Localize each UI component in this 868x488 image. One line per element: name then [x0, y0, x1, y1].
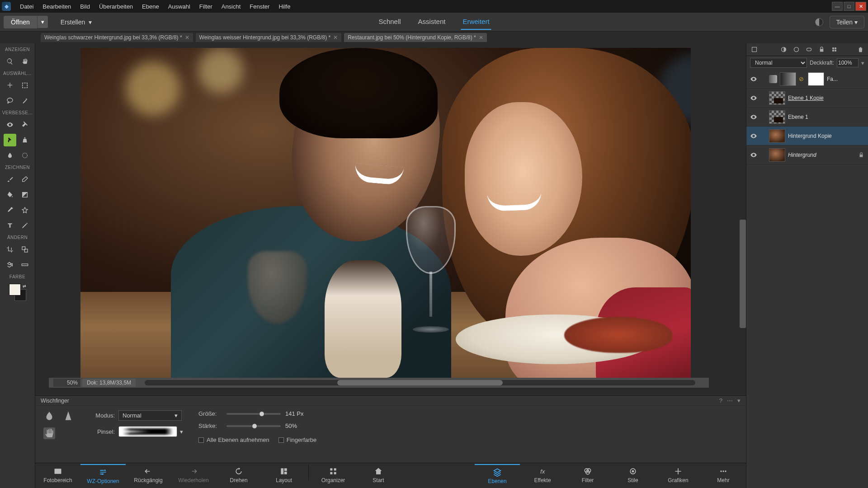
sharpen-variant-icon[interactable] [62, 410, 74, 422]
link-layers-icon[interactable] [805, 46, 813, 54]
eraser-tool[interactable] [19, 173, 31, 186]
brush-preview[interactable] [118, 426, 177, 437]
menu-ueberarbeiten[interactable]: Überarbeiten [94, 1, 137, 12]
finger-paint-checkbox[interactable]: Fingerfarbe [278, 436, 316, 443]
undo-button[interactable]: Rückgängig [126, 464, 171, 487]
scrollbar-thumb[interactable] [740, 220, 746, 328]
menu-datei[interactable]: Datei [15, 1, 38, 12]
swap-colors-icon[interactable]: ⇄ [23, 284, 26, 288]
menu-fenster[interactable]: Fenster [245, 1, 274, 12]
layer-row[interactable]: ⊘ Fa... [746, 70, 868, 89]
visibility-icon[interactable] [750, 94, 757, 102]
blend-mode-select[interactable]: Normal [750, 58, 807, 68]
close-icon[interactable]: ✕ [479, 34, 483, 41]
doc-tab-1[interactable]: Weinglas weisser Hintergrund.jpg bei 33,… [196, 33, 342, 42]
smudge-variant-icon[interactable] [43, 427, 55, 439]
visibility-icon[interactable] [750, 151, 757, 159]
brush-tool[interactable] [4, 173, 16, 186]
redo-button[interactable]: Wiederholen [171, 464, 216, 487]
close-icon[interactable]: ✕ [185, 34, 189, 41]
chevron-down-icon[interactable]: ▾ [861, 60, 864, 66]
blur-variant-icon[interactable] [43, 410, 55, 422]
color-swatches[interactable]: ⇄ [9, 284, 26, 301]
menu-filter[interactable]: Filter [195, 1, 217, 12]
mode-schnell[interactable]: Schnell [377, 14, 402, 30]
more-panel-button[interactable]: Mehr [701, 464, 746, 487]
gradient-tool[interactable] [19, 188, 31, 201]
visibility-icon[interactable] [750, 75, 757, 83]
collapse-icon[interactable]: ▾ [737, 397, 741, 404]
slider-thumb[interactable] [252, 423, 257, 429]
theme-toggle-icon[interactable] [815, 18, 823, 26]
filters-panel-button[interactable]: Filter [565, 464, 610, 487]
strength-slider[interactable] [226, 425, 281, 427]
vertical-scrollbar[interactable] [740, 102, 746, 389]
create-button[interactable]: Erstellen▾ [54, 16, 98, 28]
layer-fx-icon[interactable] [830, 46, 838, 54]
hand-tool[interactable] [19, 55, 31, 68]
redeye-tool[interactable] [4, 118, 16, 131]
strength-value[interactable]: 50% [285, 422, 312, 429]
graphics-panel-button[interactable]: Grafiken [656, 464, 701, 487]
clone-stamp-tool[interactable] [19, 134, 31, 146]
scrollbar-thumb[interactable] [337, 380, 502, 385]
effects-panel-button[interactable]: fxEffekte [520, 464, 565, 487]
panel-menu-icon[interactable]: ⋯ [727, 397, 733, 404]
menu-ansicht[interactable]: Ansicht [217, 1, 245, 12]
layer-row[interactable]: Ebene 1 [746, 108, 868, 127]
doc-tab-2[interactable]: Restaurant.jpg bei 50% (Hintergrund Kopi… [344, 33, 486, 42]
layer-name[interactable]: Hintergrund Kopie [788, 133, 832, 139]
layer-row[interactable]: Ebene 1 Kopie [746, 89, 868, 108]
window-maximize-button[interactable]: □ [844, 2, 854, 11]
crop-tool[interactable] [4, 243, 16, 256]
layer-mask-icon[interactable] [779, 46, 788, 54]
layer-name[interactable]: Hintergrund [788, 152, 816, 158]
size-slider[interactable] [226, 413, 281, 415]
menu-bearbeiten[interactable]: Bearbeiten [38, 1, 75, 12]
layer-name[interactable]: Ebene 1 Kopie [788, 95, 824, 101]
mode-erweitert[interactable]: Erweitert [461, 14, 491, 30]
layer-name[interactable]: Ebene 1 [788, 114, 808, 120]
blend-mode-select[interactable]: Normal ▾ [118, 410, 182, 421]
foreground-color-swatch[interactable] [9, 284, 21, 296]
window-minimize-button[interactable]: — [832, 2, 843, 11]
size-value[interactable]: 141 Px [285, 410, 312, 417]
zoom-field[interactable]: 50% [53, 379, 80, 387]
tool-options-button[interactable]: WZ-Optionen [80, 464, 126, 487]
help-icon[interactable]: ? [719, 397, 722, 404]
shape-tool[interactable] [19, 204, 31, 216]
chevron-down-icon[interactable]: ▾ [180, 428, 183, 435]
sponge-tool[interactable] [19, 149, 31, 162]
home-button[interactable]: Start [356, 464, 401, 487]
pencil-tool[interactable] [19, 219, 31, 232]
opacity-input[interactable] [837, 58, 859, 67]
slider-thumb[interactable] [259, 411, 264, 417]
window-close-button[interactable]: ✕ [855, 2, 866, 11]
horizontal-scrollbar[interactable] [145, 380, 695, 385]
layout-button[interactable]: Layout [261, 464, 307, 487]
eyedropper-tool[interactable] [4, 204, 16, 216]
menu-ebene[interactable]: Ebene [137, 1, 164, 12]
styles-panel-button[interactable]: Stile [610, 464, 656, 487]
open-dropdown-caret[interactable]: ▾ [37, 16, 48, 28]
layer-row[interactable]: Hintergrund [746, 145, 868, 164]
menu-hilfe[interactable]: Hilfe [274, 1, 295, 12]
organizer-button[interactable]: Organizer [311, 464, 356, 487]
recompose-tool[interactable] [19, 243, 31, 256]
share-button[interactable]: Teilen ▾ [830, 16, 864, 28]
mode-assistent[interactable]: Assistent [416, 14, 448, 30]
menu-auswahl[interactable]: Auswahl [164, 1, 195, 12]
marquee-tool[interactable] [19, 79, 31, 92]
content-aware-tool[interactable] [4, 258, 16, 271]
zoom-tool[interactable] [4, 55, 16, 68]
layer-row[interactable]: Hintergrund Kopie [746, 127, 868, 145]
lasso-tool[interactable] [4, 94, 16, 107]
new-layer-icon[interactable] [750, 46, 758, 54]
delete-layer-icon[interactable] [856, 46, 864, 54]
smudge-tool[interactable] [4, 134, 16, 146]
all-layers-checkbox[interactable]: Alle Ebenen aufnehmen [198, 436, 269, 443]
close-icon[interactable]: ✕ [333, 34, 338, 41]
blur-tool[interactable] [4, 149, 16, 162]
paint-bucket-tool[interactable] [4, 188, 16, 201]
layer-name[interactable]: Fa... [827, 76, 838, 82]
